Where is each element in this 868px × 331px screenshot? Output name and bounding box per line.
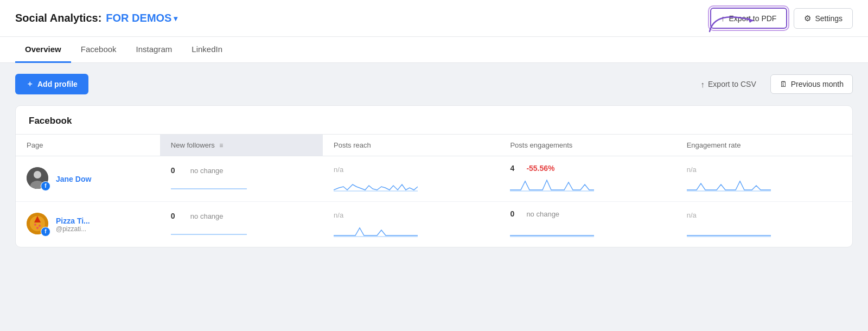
engagement-rate-jane: n/a [676, 156, 852, 202]
tab-facebook[interactable]: Facebook [71, 37, 126, 63]
app-container: Social Analytics: FOR DEMOS ▾ ↑ Export t… [0, 0, 868, 331]
facebook-badge: f [41, 181, 50, 191]
avatar-pizza: f [27, 213, 50, 237]
page-name-jane[interactable]: Jane Dow [56, 175, 91, 183]
brand-name[interactable]: FOR DEMOS ▾ [106, 12, 177, 24]
col-posts-engagements: Posts engagements [499, 135, 675, 156]
tab-instagram[interactable]: Instagram [126, 37, 182, 63]
toolbar-row: ＋ Add profile ↑ Export to CSV 🗓 Previous… [15, 74, 853, 94]
svg-point-11 [34, 224, 36, 226]
page-cell-pizza: f Pizza Ti... @pizzati... [16, 202, 160, 247]
facebook-badge: f [41, 227, 50, 237]
gear-icon: ⚙ [804, 14, 811, 23]
sort-icon: ≡ [219, 142, 223, 149]
settings-button[interactable]: ⚙ Settings [794, 8, 853, 29]
chevron-down-icon: ▾ [174, 14, 177, 23]
col-new-followers[interactable]: New followers ≡ [160, 135, 323, 156]
col-engagement-rate: Engagement rate [676, 135, 852, 156]
page-handle-pizza: @pizzati... [56, 225, 90, 233]
app-title-static: Social Analytics: [15, 12, 101, 24]
content-area: ＋ Add profile ↑ Export to CSV 🗓 Previous… [0, 63, 868, 258]
posts-engagements-pizza: 0 no change [499, 202, 675, 247]
previous-month-button[interactable]: 🗓 Previous month [770, 74, 853, 94]
export-pdf-button[interactable]: ↑ Export to PDF [710, 8, 787, 29]
posts-reach-jane: n/a [323, 156, 499, 202]
table-header-row: Page New followers ≡ Posts reach Posts e… [16, 135, 852, 156]
svg-point-2 [34, 171, 41, 179]
col-posts-reach: Posts reach [323, 135, 499, 156]
avatar-jane: f [27, 167, 50, 191]
export-csv-button[interactable]: ↑ Export to CSV [694, 75, 763, 93]
section-title: Facebook [16, 106, 852, 135]
header-left: Social Analytics: FOR DEMOS ▾ [15, 12, 177, 24]
posts-reach-pizza: n/a [323, 202, 499, 247]
page-cell-jane: f Jane Dow [16, 156, 160, 202]
tab-linkedin[interactable]: LinkedIn [182, 37, 232, 63]
header: Social Analytics: FOR DEMOS ▾ ↑ Export t… [0, 0, 868, 37]
table-row: f Jane Dow 0 no change [16, 156, 852, 202]
facebook-table-card: Facebook Page New followers ≡ Posts reac… [15, 105, 853, 247]
posts-engagements-jane: 4 -55.56% [499, 156, 675, 202]
new-followers-jane: 0 no change [160, 156, 323, 202]
new-followers-pizza: 0 no change [160, 202, 323, 247]
svg-point-12 [39, 225, 41, 227]
upload-icon: ↑ [721, 14, 725, 23]
data-table: Page New followers ≡ Posts reach Posts e… [16, 135, 852, 247]
header-right: ↑ Export to PDF ⚙ Settings [710, 8, 853, 29]
calendar-icon: 🗓 [780, 80, 787, 88]
page-name-pizza[interactable]: Pizza Ti... [56, 217, 90, 225]
table-row: f Pizza Ti... @pizzati... 0 [16, 202, 852, 247]
col-page: Page [16, 135, 160, 156]
add-profile-button[interactable]: ＋ Add profile [15, 74, 88, 94]
toolbar-right: ↑ Export to CSV 🗓 Previous month [694, 74, 853, 94]
engagement-rate-pizza: n/a [676, 202, 852, 247]
upload-csv-icon: ↑ [701, 80, 705, 89]
tab-overview[interactable]: Overview [15, 37, 71, 63]
svg-point-13 [36, 227, 39, 229]
nav-tabs: Overview Facebook Instagram LinkedIn [0, 37, 868, 63]
plus-icon: ＋ [26, 79, 34, 89]
